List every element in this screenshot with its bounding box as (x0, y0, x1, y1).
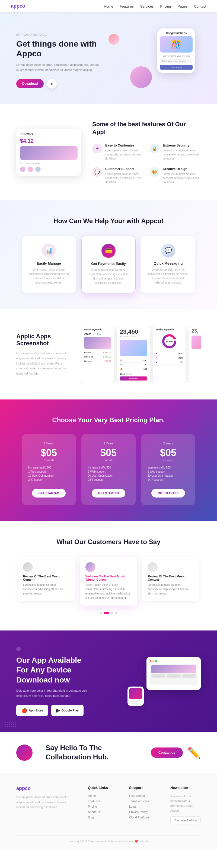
footer-link-cloud[interactable]: Cloud Platform (129, 816, 160, 819)
testimonial-name-1: Review Of The Best Music Content (23, 575, 69, 581)
pricing-years-2: 2 Years (88, 442, 129, 445)
google-icon: ▶ (56, 707, 60, 713)
screenshots-images: Month Dynamic -$201 +1.1% Bitcoin-1,286.… (81, 326, 201, 383)
feature-design: 🎨 Creative Design Lorem ipsum dolor sit … (150, 167, 201, 184)
feature-customize: ✦ Easy to Customize Lorem ipsum dolor si… (92, 144, 143, 161)
hero-section: APP LANDING PAGE Get things done with Ap… (0, 12, 217, 104)
footer-brand: appco Lorem ipsum dolor sit amet consect… (16, 786, 77, 827)
screenshot-1-stat: +1.1% (93, 333, 101, 336)
nav-links: Home Features Services Pricing Pages Con… (104, 4, 206, 9)
footer-bottom: Copyright © 2023 Appco. made with lots a… (16, 835, 201, 843)
download-device-mock (146, 657, 201, 690)
testimonial-avatar-1 (23, 562, 33, 572)
mock-balance: $4.12 (20, 138, 78, 144)
screenshot-2-sub: +1,200 this month (120, 335, 147, 338)
help-card-payments: 💳 Get Payments Easily Lorem ipsum dolor … (81, 236, 136, 293)
hero-badge: APP LANDING PAGE (16, 33, 103, 36)
footer-link-privacy[interactable]: Privacy Policy (129, 810, 160, 813)
dot-1[interactable] (100, 612, 102, 614)
download-button[interactable]: Download (16, 79, 44, 88)
testimonial-card-3: Review Of The Best Music Contest Lorem i… (142, 557, 199, 601)
screenshots-desc: Lorem ipsum dolor sit amet consectetur a… (16, 351, 71, 376)
footer-link-help[interactable]: Help Center (129, 794, 160, 797)
pricing-period-2: / month (88, 459, 129, 462)
feature-design-text: Creative Design Lorem ipsum dolor sit am… (163, 167, 201, 184)
pricing-title: Choose Your Very Best Pricing Plan. (16, 416, 201, 424)
screenshot-1-list: Bitcoin-1,286.02 Ethereum+1,712.09 Litec… (84, 350, 111, 364)
phone-congrats-text: Congratulations (160, 32, 193, 35)
feature-security-text: Extreme Security Lorem ipsum dolor sit a… (163, 144, 201, 161)
dot-4[interactable] (115, 612, 117, 614)
download-dot (16, 647, 21, 651)
pricing-f3-2: 30 User Optimization (147, 474, 189, 477)
download-section: Our App Available For Any Device Downloa… (0, 630, 217, 733)
footer-newsletter-desc: Receive all of our latest update & promo… (170, 794, 201, 813)
nav-services[interactable]: Services (140, 4, 154, 8)
footer-link-blog[interactable]: Blog (88, 816, 118, 819)
pricing-f2-3: 24/7 support (88, 478, 129, 481)
cta-banner: Say Hello To The Collaboration Hub. Cont… (0, 732, 217, 773)
hero-title: Get things done with Appco (16, 39, 103, 59)
pricing-years-1: 2 Years (28, 442, 70, 445)
screenshot-list-item-7: ●60% (156, 351, 183, 356)
googleplay-label: Google Play (61, 709, 79, 712)
mock-circles (150, 660, 197, 662)
pricing-card-3: 2 Years $05 / month Increase traffic 500… (141, 434, 195, 505)
help-icon-manage: 📊 (42, 244, 56, 257)
download-phone-mock (128, 686, 144, 706)
testimonial-text-1: Lorem ipsum dolor sit amet consectetur a… (23, 583, 69, 596)
features-title: Some of the best features Of Our App! (92, 121, 201, 136)
hero-circle-1 (130, 66, 152, 88)
nav-pages[interactable]: Pages (178, 4, 187, 8)
mock-chart (20, 146, 78, 160)
footer-link-terms[interactable]: Terms of Service (129, 800, 160, 803)
pricing-features-3: Increase traffic 500 1 Web support 30 Us… (147, 466, 189, 481)
download-text: Our App Available For Any Device Downloa… (16, 647, 92, 716)
appstore-button[interactable]: 🍎 App Store (16, 705, 48, 716)
download-image (125, 654, 201, 709)
testimonial-text-2: Lorem ipsum dolor sit amet consectetur a… (85, 583, 132, 600)
footer-newsletter: Newsletter Receive all of our latest upd… (170, 786, 201, 827)
play-button[interactable]: ▶ (47, 79, 57, 89)
nav-pricing[interactable]: Pricing (160, 4, 171, 8)
help-card-messaging: 💬 Quick Messaging Lorem ipsum dolor sit … (141, 236, 195, 293)
pricing-f1-0: Increase traffic 500 (28, 466, 70, 469)
testimonial-name-2: Welcome To The Best Music Winner Contest (85, 575, 132, 581)
pricing-f1-1: 1 Web support (28, 470, 70, 473)
pricing-f1-3: 24/7 support (28, 478, 70, 481)
pricing-card-2: 2 Years $05 / month Increase traffic 500… (81, 434, 136, 505)
screenshot-2-stat: 23,450 (120, 328, 147, 335)
contact-button[interactable]: Contact us (151, 747, 183, 758)
feature-design-name: Creative Design (163, 167, 201, 171)
screenshot-list-item-1: Bitcoin-1,286.02 (84, 350, 111, 355)
get-started-1[interactable]: GET STARTED (32, 489, 66, 497)
screenshot-2: 23,450 +1,200 this month 📈+200 📉-180 💰+1… (117, 326, 150, 383)
help-card-messaging-desc: Lorem ipsum dolor sit amet consectetur a… (146, 268, 190, 285)
dot-2[interactable] (104, 612, 109, 614)
footer-link-home[interactable]: Home (88, 794, 118, 797)
screenshot-1-chart (84, 337, 111, 349)
screenshot-1: Month Dynamic -$201 +1.1% Bitcoin-1,286.… (81, 326, 114, 383)
nav-contact[interactable]: Contact (194, 4, 206, 8)
footer-newsletter-title: Newsletter (170, 786, 201, 790)
help-card-payments-title: Get Payments Easily (87, 261, 130, 266)
footer-link-legal[interactable]: Legal (129, 805, 160, 808)
help-card-manage-desc: Lorem ipsum dolor sit amet consectetur a… (27, 268, 71, 285)
footer-link-about[interactable]: About Us (88, 810, 118, 813)
footer-link-pricing[interactable]: Pricing (88, 805, 118, 808)
get-started-3[interactable]: GET STARTED (151, 489, 185, 497)
newsletter-email-input[interactable] (170, 816, 201, 825)
dot-3[interactable] (111, 612, 113, 614)
get-started-2[interactable]: GET STARTED (92, 489, 126, 497)
footer-link-features[interactable]: Features (88, 800, 118, 803)
googleplay-button[interactable]: ▶ Google Play (51, 705, 84, 716)
pricing-f2-0: Increase traffic 500 (88, 466, 129, 469)
screenshot-3-header: Market Dynamic (156, 328, 183, 331)
hero-circle-2 (109, 34, 119, 45)
screenshot-3: Market Dynamic $4590 ●60% ●28% ●12% (153, 326, 186, 383)
nav-home[interactable]: Home (104, 4, 113, 8)
help-card-manage-title: Easily Manage (27, 261, 71, 266)
help-icon-messaging: 💬 (161, 244, 175, 257)
nav-features[interactable]: Features (119, 4, 133, 8)
features-section: This Week $4.12 Everyday contribution So… (0, 104, 217, 200)
